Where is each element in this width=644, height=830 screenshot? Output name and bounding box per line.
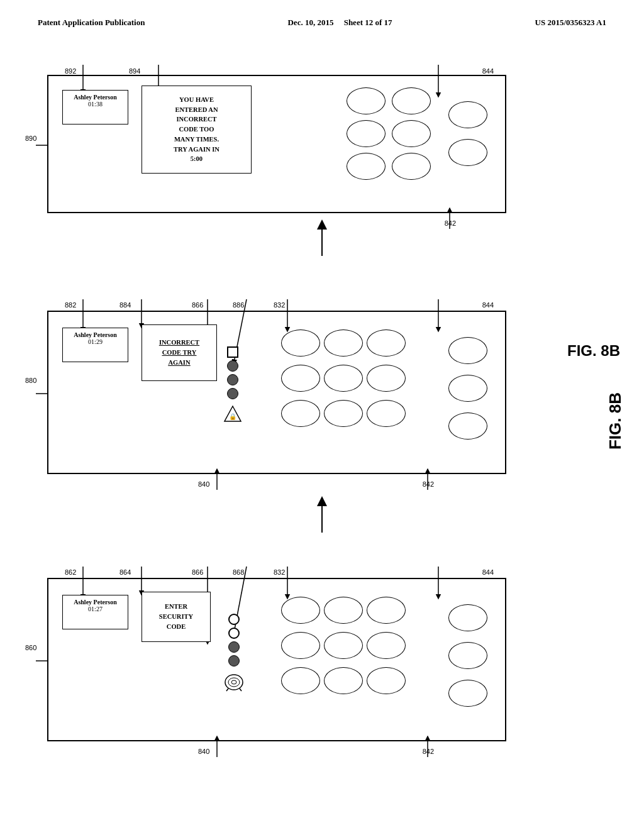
bot-user-time: 01:27 (68, 606, 123, 612)
top-user-name: Ashley Peterson (68, 94, 123, 101)
bot-key-r2c2 (324, 632, 363, 659)
ref-890: 890 (25, 135, 36, 142)
ref-866-bot: 866 (192, 568, 203, 576)
mid-triangle-icon: 🔒 (223, 405, 242, 423)
mid-open-dot (227, 346, 238, 358)
arrow-1 (313, 221, 331, 262)
mid-key-r1c2 (324, 329, 363, 357)
mid-key-r3c3 (367, 400, 406, 427)
bot-oval-r2 (448, 642, 487, 669)
bot-diagram: Ashley Peterson 01:27 ENTERSECURITYCODE (47, 578, 506, 741)
mid-keypad (281, 329, 406, 431)
svg-point-25 (225, 675, 243, 690)
ref-886: 886 (233, 301, 244, 309)
ref-866-mid: 866 (192, 301, 203, 309)
top-diagram: Ashley Peterson 01:38 YOU HAVEENTERED AN… (47, 75, 506, 213)
bot-filled-dot-1 (228, 641, 240, 653)
ref-884: 884 (119, 301, 131, 309)
bot-key-r1c3 (367, 597, 406, 624)
svg-line-29 (240, 689, 242, 691)
mid-key-r3c2 (324, 400, 363, 427)
bot-oval-r3 (448, 680, 487, 707)
top-oval-r2c2 (392, 120, 431, 147)
mid-msg-text: INCORRECTCODE TRYAGAIN (159, 338, 199, 367)
bot-key-r2c3 (367, 632, 406, 659)
mid-filled-dot-2 (227, 374, 238, 385)
main-content: FIG. 8B 892 894 844 890 (0, 28, 644, 820)
page-header: Patent Application Publication Dec. 10, … (0, 0, 644, 28)
fig-label: FIG. 8B (606, 392, 625, 450)
top-msg-text: YOU HAVEENTERED ANINCORRECTCODE TOOMANY … (174, 95, 219, 164)
mid-diagram-container: 882 884 866 886 832 844 880 (47, 311, 506, 474)
bot-fingerprint-icon (223, 672, 245, 692)
bot-key-r1c1 (281, 597, 320, 624)
svg-text:🔒: 🔒 (229, 412, 237, 421)
bot-key-r3c1 (281, 667, 320, 694)
ref-842-top: 842 (445, 219, 456, 227)
top-oval-r2c1 (347, 120, 386, 147)
bot-key-r3c3 (367, 667, 406, 694)
ref-844-top: 844 (482, 67, 494, 75)
header-date: Dec. 10, 2015 (287, 18, 333, 27)
mid-user-name: Ashley Peterson (68, 331, 123, 338)
top-msg-box: YOU HAVEENTERED ANINCORRECTCODE TOOMANY … (142, 86, 252, 174)
bot-keypad (281, 597, 406, 699)
mid-oval-r1 (448, 337, 487, 364)
ref-860: 860 (25, 644, 36, 651)
header-right: US 2015/0356323 A1 (535, 18, 606, 28)
ref-892: 892 (65, 67, 76, 75)
header-left: Patent Application Publication (38, 18, 145, 28)
mid-diagram: Ashley Peterson 01:29 INCORRECTCODE TRYA… (47, 311, 506, 474)
bot-key-r1c2 (324, 597, 363, 624)
mid-key-r3c1 (281, 400, 320, 427)
mid-key-r1c1 (281, 329, 320, 357)
mid-key-r2c3 (367, 365, 406, 392)
ref-862: 862 (65, 568, 76, 576)
top-oval-r1c3 (448, 101, 487, 128)
mid-oval-r3 (448, 412, 487, 440)
top-oval-r3c2 (392, 153, 431, 180)
mid-user-time: 01:29 (68, 338, 123, 345)
ref-868: 868 (233, 568, 244, 576)
bot-open-dot-2 (228, 628, 240, 639)
bot-diagram-container: 862 864 866 868 832 844 860 (47, 578, 506, 741)
bot-filled-dot-2 (228, 655, 240, 667)
svg-point-26 (228, 678, 240, 687)
ref-842-bot: 842 (423, 748, 434, 755)
ref-842-mid: 842 (423, 480, 434, 488)
top-oval-r2c3 (448, 139, 487, 166)
ref-844-bot: 844 (482, 568, 494, 576)
top-user-time: 01:38 (68, 101, 123, 108)
bot-msg-text: ENTERSECURITYCODE (159, 602, 193, 631)
bot-user-info-box: Ashley Peterson 01:27 (62, 595, 128, 629)
top-oval-r1c2 (392, 87, 431, 114)
ref-832-mid: 832 (274, 301, 285, 309)
top-diagram-container: 892 894 844 890 (47, 75, 506, 213)
ref-880: 880 (25, 377, 36, 384)
svg-line-28 (226, 689, 228, 691)
bot-user-name: Ashley Peterson (68, 599, 123, 606)
header-sheet: Sheet 12 of 17 (344, 18, 392, 27)
ref-894: 894 (129, 67, 140, 75)
mid-key-r2c1 (281, 365, 320, 392)
ref-840-bot: 840 (198, 748, 209, 755)
top-oval-r3c1 (347, 153, 386, 180)
top-user-info-box: Ashley Peterson 01:38 (62, 90, 128, 124)
mid-oval-r2 (448, 375, 487, 402)
ref-840-mid: 840 (198, 480, 209, 488)
arrow-2 (313, 498, 331, 538)
ref-844-mid: 844 (482, 301, 494, 309)
fig-label-right: FIG. 8B (567, 342, 620, 360)
bot-dot-area (223, 614, 245, 692)
bot-oval-r1 (448, 604, 487, 631)
bot-key-r3c2 (324, 667, 363, 694)
ref-832-bot: 832 (274, 568, 285, 576)
header-center: Dec. 10, 2015 Sheet 12 of 17 (287, 18, 392, 28)
bot-msg-box: ENTERSECURITYCODE (142, 592, 211, 642)
mid-filled-dot-1 (227, 360, 238, 372)
mid-filled-dot-3 (227, 388, 238, 399)
top-oval-r1c1 (347, 87, 386, 114)
ref-882: 882 (65, 301, 76, 309)
mid-msg-box: INCORRECTCODE TRYAGAIN (142, 324, 217, 381)
svg-point-27 (231, 680, 236, 684)
